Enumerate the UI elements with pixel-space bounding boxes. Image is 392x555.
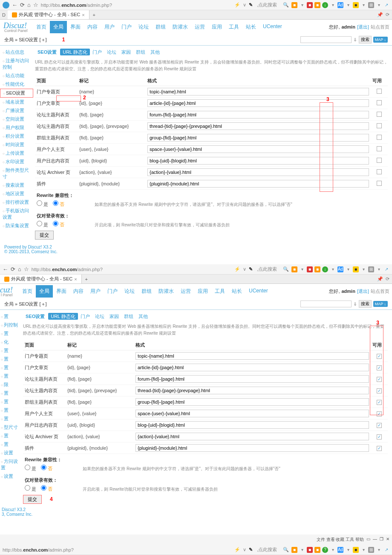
refresh-icon[interactable]: ⟳ [386, 12, 389, 17]
ext-icon[interactable]: ■ [314, 547, 320, 553]
subtab[interactable]: 门户 [78, 313, 92, 320]
nav-item[interactable]: 全局 [36, 285, 53, 298]
sidebar-item[interactable]: 置 [4, 416, 9, 421]
win-close-icon[interactable]: ✕ [386, 537, 389, 543]
dropdown-icon[interactable]: ⇓ [353, 301, 357, 307]
sidebar-item[interactable]: 积分设置 [6, 133, 24, 139]
sidebar-item[interactable]: 站点信息 [6, 49, 24, 55]
sidebar-item[interactable]: 站点功能 [6, 73, 24, 78]
sidebar-item[interactable]: 设置 [4, 450, 13, 455]
enable-checkbox[interactable] [377, 423, 382, 428]
ext-icon[interactable]: ↗ [383, 547, 389, 553]
map-button[interactable]: MAP ↓ [373, 301, 388, 307]
nav-item[interactable]: 应用 [208, 21, 225, 33]
radio-no[interactable]: 否 [53, 222, 64, 227]
win-rest-icon[interactable]: ❐ [380, 537, 383, 543]
enable-checkbox[interactable] [377, 158, 382, 163]
nav-item[interactable]: 群组 [138, 285, 155, 298]
sidebar-item[interactable]: 性能优化 [6, 81, 24, 87]
subtab[interactable]: 群组 [121, 313, 136, 320]
sidebar-item[interactable]: 置 [4, 314, 9, 319]
menu-items[interactable]: 文件 查看 收藏 工具 帮助 [317, 537, 364, 543]
nav-item[interactable]: 首页 [33, 21, 50, 33]
close-icon[interactable]: × [82, 12, 84, 17]
sidebar-item[interactable]: 用户权限 [6, 125, 24, 130]
format-input[interactable] [135, 421, 369, 429]
chevron-down-icon[interactable]: ∨ [243, 2, 246, 8]
chevron-down-icon[interactable]: ∨ [243, 547, 246, 552]
sidebar-item[interactable]: 设置 [4, 474, 13, 479]
search-input[interactable] [300, 301, 352, 307]
pencil-icon[interactable]: ✎ [249, 266, 253, 272]
format-input[interactable] [147, 99, 369, 107]
enable-checkbox[interactable] [377, 181, 382, 186]
nav-item[interactable]: 运营 [191, 21, 208, 33]
close-icon[interactable]: × [74, 277, 77, 282]
search-button[interactable]: 搜索 [359, 36, 372, 43]
nav-item[interactable]: 站长 [228, 285, 245, 298]
pencil-icon[interactable]: ✎ [249, 547, 253, 552]
tab-add[interactable]: + [82, 277, 91, 282]
format-input[interactable] [147, 145, 369, 153]
tab-list-icon[interactable]: D [0, 12, 8, 17]
nav-item[interactable]: 用户 [101, 21, 118, 33]
map-button[interactable]: MAP ↓ [373, 37, 388, 43]
sidebar-item[interactable]: 置 [4, 356, 9, 361]
nav-item[interactable]: 站长 [242, 21, 259, 33]
ext-icon[interactable]: ■ [291, 2, 297, 8]
search-hint[interactable]: ,点此搜索 [257, 2, 277, 8]
sidebar-item[interactable]: 方问设置 [1, 459, 18, 470]
format-input[interactable] [135, 375, 369, 383]
subtab[interactable]: 论坛 [104, 49, 119, 55]
format-input[interactable] [135, 433, 369, 440]
sidebar-item[interactable]: 防采集设置 [6, 223, 29, 228]
ext-icon[interactable]: ■ [307, 2, 313, 8]
search-hint[interactable]: ,点此搜索 [257, 546, 277, 553]
submit-button[interactable]: 提交 [35, 231, 54, 240]
nav-item[interactable]: 首页 [19, 285, 36, 298]
enable-checkbox[interactable] [377, 123, 382, 128]
sidebar-item[interactable]: 置 [4, 348, 9, 353]
enable-checkbox[interactable] [377, 146, 382, 151]
browser-tab[interactable]: 外风观 管理中心 - 全局 - SEC × [8, 10, 89, 19]
chevron-down-icon[interactable]: ∨ [243, 266, 246, 272]
subtab[interactable]: 论坛 [92, 313, 107, 320]
sidebar-item[interactable]: 附件类型尺寸 [3, 168, 29, 179]
format-input[interactable] [147, 168, 369, 176]
sidebar-item[interactable]: 置 [4, 433, 9, 438]
browser-tab[interactable]: 外风观 管理中心 - 全局 - SEC × [0, 275, 82, 283]
ext-icon[interactable]: ⊞ [368, 2, 374, 8]
search-icon[interactable]: 🔍 [283, 266, 289, 272]
radio-yes[interactable]: 是 [37, 202, 48, 207]
radio-no[interactable]: 否 [53, 202, 64, 207]
ext-icon[interactable]: ⊞ [368, 547, 374, 553]
radio-no[interactable]: 否 [41, 466, 52, 471]
sidebar-item[interactable]: 搜索设置 [6, 182, 24, 188]
enable-checkbox[interactable] [377, 89, 382, 94]
home-link[interactable]: 站点首页 [371, 24, 389, 30]
nav-item[interactable]: 内容 [84, 21, 101, 33]
format-input[interactable] [135, 387, 369, 394]
search-button[interactable]: 搜索 [359, 300, 372, 308]
sidebar-item[interactable]: 置 [4, 399, 9, 404]
enable-checkbox[interactable] [377, 135, 382, 140]
format-input[interactable] [135, 352, 369, 360]
ext-icon[interactable]: ⊞ [368, 266, 374, 272]
nav-item[interactable]: 工具 [225, 21, 242, 33]
subtab[interactable]: 其他 [148, 49, 162, 55]
format-input[interactable] [147, 157, 369, 165]
ext-icon[interactable]: ■ [291, 266, 297, 272]
ext-icon[interactable]: Ad [337, 266, 343, 272]
nav-item[interactable]: 门户 [118, 21, 135, 33]
format-input[interactable] [147, 122, 369, 130]
nav-item[interactable]: 运营 [177, 285, 194, 298]
format-input[interactable] [135, 398, 369, 406]
format-input[interactable] [147, 134, 369, 142]
sidebar-item[interactable]: 化 [4, 339, 9, 344]
ext-icon[interactable]: ■ [307, 266, 313, 272]
sidebar-item[interactable]: 列控制 [4, 322, 18, 327]
pin-icon[interactable]: 📌 [377, 276, 383, 282]
enable-checkbox[interactable] [377, 446, 382, 451]
win-max-icon[interactable]: — [373, 537, 377, 543]
subtab[interactable]: 门户 [90, 49, 104, 55]
